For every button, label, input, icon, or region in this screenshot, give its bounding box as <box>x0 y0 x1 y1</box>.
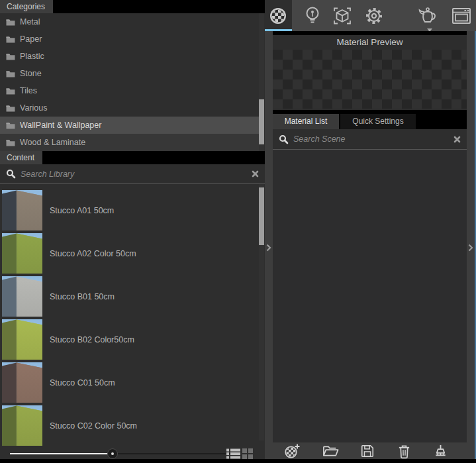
add-material-button[interactable] <box>283 443 301 459</box>
teapot-icon <box>416 6 439 26</box>
material-preview-title: Material Preview <box>273 35 467 47</box>
thumbnail-size-slider-knob[interactable] <box>107 448 118 459</box>
right-panel-footer <box>273 442 467 460</box>
library-panel: Categories Metal Paper Plastic Stone Til… <box>0 0 265 460</box>
chevron-right-icon[interactable] <box>468 244 473 252</box>
category-item-tiles[interactable]: Tiles <box>0 82 259 99</box>
right-panel-tabs: Material List Quick Settings <box>273 114 467 129</box>
left-splitter[interactable] <box>265 31 273 460</box>
scene-search-bar <box>273 129 467 150</box>
category-item-wood-laminate[interactable]: Wood & Laminate <box>0 134 259 151</box>
categories-scrollbar-thumb[interactable] <box>259 99 264 144</box>
cleanup-button[interactable] <box>432 443 449 459</box>
tab-material-list[interactable]: Material List <box>273 114 339 129</box>
material-ball-icon <box>268 6 288 26</box>
save-button[interactable] <box>359 443 376 459</box>
material-item-stucco-b01-50cm[interactable]: Stucco B01 50cm <box>2 276 259 317</box>
category-item-metal[interactable]: Metal <box>0 13 259 30</box>
tab-quick-settings[interactable]: Quick Settings <box>340 114 416 129</box>
category-label: Wood & Laminate <box>20 138 85 147</box>
category-item-wallpaint-wallpaper[interactable]: WallPaint & Wallpaper <box>0 117 259 134</box>
open-folder-icon <box>322 444 339 458</box>
folder-icon <box>6 139 15 146</box>
material-thumbnail[interactable] <box>2 190 42 231</box>
folder-icon <box>6 122 15 129</box>
category-item-plastic[interactable]: Plastic <box>0 48 259 65</box>
categories-header-row: Categories <box>0 0 265 13</box>
light-tool-button[interactable] <box>301 5 324 27</box>
right-toolbar <box>265 0 476 31</box>
library-scrollbar[interactable] <box>259 184 264 440</box>
material-item-label: Stucco A02 Color 50cm <box>50 249 136 258</box>
search-icon <box>279 134 289 144</box>
category-item-paper[interactable]: Paper <box>0 30 259 48</box>
material-thumbnail[interactable] <box>2 405 42 446</box>
material-thumbnail[interactable] <box>2 362 42 403</box>
category-label: WallPaint & Wallpaper <box>20 121 101 130</box>
render-tool-button[interactable] <box>416 5 439 27</box>
material-item-stucco-a02-color-50cm[interactable]: Stucco A02 Color 50cm <box>2 233 259 274</box>
material-item-stucco-b02-color50cm[interactable]: Stucco B02 Color50cm <box>2 319 259 360</box>
render-window-tool-button[interactable] <box>450 5 473 27</box>
grid-view-icon[interactable] <box>242 448 253 459</box>
library-footer <box>0 448 265 460</box>
cleanup-brush-icon <box>433 444 448 459</box>
search-icon <box>6 169 16 179</box>
lightbulb-icon <box>303 5 322 26</box>
material-item-stucco-c01-50cm[interactable]: Stucco C01 50cm <box>2 362 259 403</box>
category-label: Metal <box>20 17 40 26</box>
folder-icon <box>6 70 15 77</box>
folder-icon <box>6 53 15 60</box>
right-splitter[interactable] <box>467 31 475 460</box>
category-list: Metal Paper Plastic Stone Tiles Various … <box>0 13 259 151</box>
categories-scrollbar[interactable] <box>259 13 264 151</box>
library-search-bar <box>0 164 265 184</box>
library-search-input[interactable] <box>21 170 252 179</box>
material-item-label: Stucco B02 Color50cm <box>50 335 134 344</box>
material-preview-canvas <box>273 50 467 109</box>
category-label: Paper <box>20 34 42 44</box>
folder-icon <box>6 105 15 112</box>
category-item-stone[interactable]: Stone <box>0 65 259 82</box>
material-library-list: Stucco A01 50cmStucco A02 Color 50cmStuc… <box>0 184 259 448</box>
delete-button[interactable] <box>395 443 412 459</box>
content-header-row: Content <box>0 151 265 164</box>
material-item-stucco-a01-50cm[interactable]: Stucco A01 50cm <box>2 190 259 231</box>
chevron-right-icon[interactable] <box>266 244 271 252</box>
render-window-icon <box>451 6 472 26</box>
material-item-stucco-c02-color-50cm[interactable]: Stucco C02 Color 50cm <box>2 405 259 446</box>
gear-icon <box>363 5 385 26</box>
category-label: Tiles <box>20 86 37 95</box>
material-item-label: Stucco B01 50cm <box>50 292 115 301</box>
clear-search-icon[interactable] <box>252 170 259 178</box>
library-scrollbar-thumb[interactable] <box>259 187 264 245</box>
application-window: Categories Metal Paper Plastic Stone Til… <box>0 0 476 463</box>
settings-tool-button[interactable] <box>363 5 385 27</box>
material-thumbnail[interactable] <box>2 276 42 317</box>
cube-icon <box>331 5 354 26</box>
trash-icon <box>397 444 411 459</box>
folder-icon <box>6 87 15 95</box>
tab-categories[interactable]: Categories <box>0 0 53 13</box>
list-view-icon[interactable] <box>226 448 240 459</box>
category-label: Plastic <box>20 52 44 61</box>
model-tool-button[interactable] <box>331 5 354 27</box>
material-item-label: Stucco A01 50cm <box>50 206 114 215</box>
open-button[interactable] <box>322 443 339 459</box>
bottom-bar <box>0 459 476 463</box>
material-preview-panel: Material Preview <box>273 35 467 110</box>
category-label: Various <box>20 103 47 113</box>
material-item-label: Stucco C02 Color 50cm <box>50 421 137 431</box>
folder-icon <box>6 19 15 26</box>
save-icon <box>360 444 375 458</box>
scene-search-input[interactable] <box>293 134 453 144</box>
material-thumbnail[interactable] <box>2 319 42 360</box>
tab-content[interactable]: Content <box>0 151 42 164</box>
material-tool-button[interactable] <box>267 5 289 27</box>
material-thumbnail[interactable] <box>2 233 42 274</box>
category-item-various[interactable]: Various <box>0 99 259 117</box>
folder-icon <box>6 36 15 43</box>
scene-material-list[interactable] <box>273 150 467 442</box>
clear-search-icon[interactable] <box>453 136 461 143</box>
thumbnail-size-slider-fill <box>10 453 113 454</box>
